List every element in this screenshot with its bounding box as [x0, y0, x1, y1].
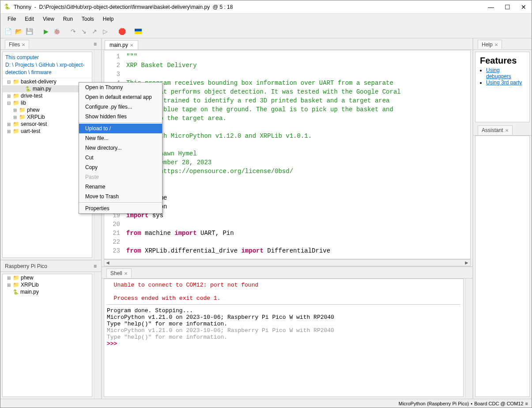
menu-item-move-to-trash[interactable]: Move to Trash [79, 192, 162, 201]
close-icon[interactable]: ✕ [130, 43, 133, 48]
python-icon: 🐍 [25, 86, 31, 92]
menu-item-open-in-default-external-app[interactable]: Open in default external app [79, 92, 162, 102]
breadcrumb-item[interactable]: firmware [31, 69, 52, 76]
help-link[interactable]: Using debuggers [486, 67, 511, 79]
close-icon[interactable]: ✕ [505, 128, 509, 133]
breadcrumb-item[interactable]: D: [5, 62, 11, 68]
menu-item-open-in-thonny[interactable]: Open in Thonny [79, 83, 162, 92]
statusbar: MicroPython (Raspberry Pi Pico) • Board … [0, 399, 532, 408]
save-file-icon[interactable]: 💾 [25, 27, 33, 35]
resume-icon[interactable]: ▷ [101, 27, 109, 35]
menu-file[interactable]: File [4, 15, 19, 23]
device-tab[interactable]: Raspberry Pi Pico ≡ [0, 261, 101, 272]
folder-icon: 📁 [13, 282, 19, 288]
folder-icon: 📁 [13, 121, 19, 127]
port-status[interactable]: Board CDC @ COM12 [474, 401, 523, 406]
folder-item[interactable]: ⊞📁phew [3, 274, 92, 281]
menu-tools[interactable]: Tools [78, 15, 98, 23]
app-icon: 🐍 [4, 4, 11, 11]
folder-icon: 📁 [13, 79, 19, 85]
folder-icon: 📁 [13, 93, 19, 99]
menubar: FileEditViewRunToolsHelp [0, 14, 532, 24]
run-icon[interactable]: ▶ [42, 27, 50, 35]
step-into-icon[interactable]: ↘ [80, 27, 88, 35]
breadcrumb-item[interactable]: Projects [15, 62, 34, 68]
menu-item-paste: Paste [79, 172, 162, 182]
flag-icon[interactable] [135, 29, 142, 34]
folder-icon: 📁 [13, 275, 19, 281]
close-button[interactable]: ✕ [521, 4, 526, 11]
minimize-button[interactable]: — [488, 4, 494, 11]
folder-icon: 📁 [13, 128, 19, 134]
panel-menu-icon[interactable]: ≡ [94, 263, 97, 269]
breadcrumb-item[interactable]: GitHub [38, 62, 55, 68]
open-file-icon[interactable]: 📂 [15, 27, 23, 35]
menu-view[interactable]: View [39, 15, 58, 23]
panel-menu-icon[interactable]: ≡ [94, 41, 97, 47]
close-icon[interactable]: ✕ [124, 271, 128, 276]
shell-output[interactable]: Unable to connect to COM12: port not fou… [104, 279, 464, 397]
context-menu: Open in ThonnyOpen in default external a… [79, 82, 162, 214]
debug-icon[interactable]: 🐞 [53, 27, 60, 35]
statusbar-menu-icon[interactable]: ≡ [525, 401, 528, 406]
window-title: Thonny - D:\Projects\GitHub\xrp-object-d… [14, 4, 488, 10]
help-link[interactable]: Using 3rd party [486, 79, 522, 86]
interpreter-status[interactable]: MicroPython (Raspberry Pi Pico) [399, 401, 469, 406]
menu-edit[interactable]: Edit [21, 15, 38, 23]
help-content: Features Using debuggersUsing 3rd party [475, 52, 530, 122]
scroll-right-icon[interactable]: ► [464, 260, 469, 266]
menu-item-new-directory[interactable]: New directory... [79, 143, 162, 153]
menu-item-copy[interactable]: Copy [79, 162, 162, 172]
folder-item[interactable]: ⊞📁XRPLib [3, 281, 92, 288]
toolbar: 📄 📂 💾 ▶ 🐞 ↷ ↘ ↗ ▷ 🛑 [0, 24, 532, 38]
scrollbar[interactable] [465, 279, 472, 399]
editor-tabs: main.py✕ [102, 38, 472, 50]
menu-item-properties[interactable]: Properties [79, 204, 162, 213]
stop-icon[interactable]: 🛑 [118, 27, 126, 35]
files-breadcrumb[interactable]: This computer D: \ Projects \ GitHub \ x… [3, 52, 92, 78]
close-icon[interactable]: ✕ [22, 42, 25, 47]
menu-item-configure-py-files[interactable]: Configure .py files... [79, 102, 162, 112]
menu-help[interactable]: Help [99, 15, 117, 23]
menu-item-show-hidden-files[interactable]: Show hidden files [79, 112, 162, 121]
step-over-icon[interactable]: ↷ [69, 27, 77, 35]
folder-icon: 📁 [19, 114, 26, 120]
folder-icon: 📁 [13, 100, 19, 106]
editor-tab-main[interactable]: main.py✕ [105, 40, 138, 49]
close-icon[interactable]: ✕ [494, 42, 498, 47]
menu-item-rename[interactable]: Rename [79, 182, 162, 192]
scrollbar[interactable] [94, 272, 101, 399]
help-tab[interactable]: Help✕ [473, 38, 532, 50]
python-icon: 🐍 [13, 289, 19, 295]
folder-icon: 📁 [19, 107, 26, 113]
shell-tab[interactable]: Shell✕ [102, 267, 472, 279]
scroll-left-icon[interactable]: ◄ [105, 260, 110, 266]
assistant-content [475, 136, 530, 397]
titlebar: 🐍 Thonny - D:\Projects\GitHub\xrp-object… [0, 0, 532, 14]
menu-run[interactable]: Run [60, 15, 76, 23]
menu-item-upload-to[interactable]: Upload to / [79, 124, 162, 133]
file-item[interactable]: 🐍main.py [3, 288, 92, 295]
assistant-tab[interactable]: Assistant✕ [473, 124, 532, 136]
new-file-icon[interactable]: 📄 [4, 27, 12, 35]
files-tab[interactable]: Files✕ ≡ [0, 38, 101, 50]
menu-item-cut[interactable]: Cut [79, 153, 162, 162]
step-out-icon[interactable]: ↗ [91, 27, 98, 35]
menu-item-new-file[interactable]: New file... [79, 133, 162, 143]
maximize-button[interactable]: ☐ [505, 4, 510, 11]
